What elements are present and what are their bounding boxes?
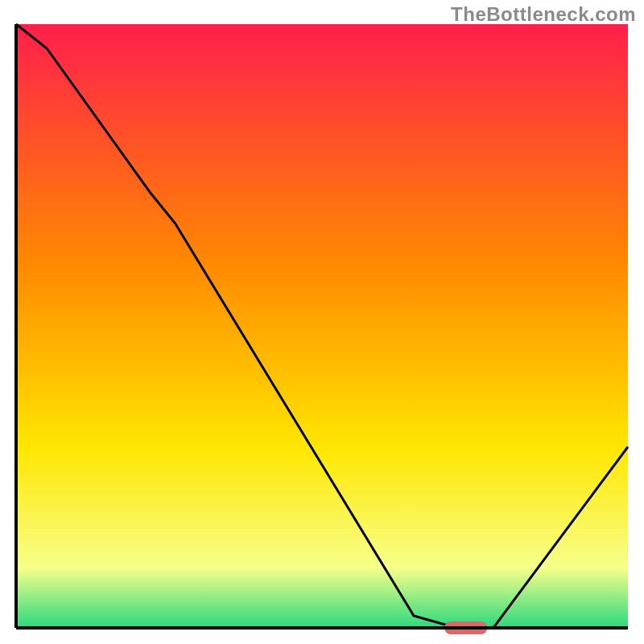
watermark-text: TheBottleneck.com: [451, 3, 636, 26]
bottleneck-chart: [0, 0, 644, 644]
chart-stage: TheBottleneck.com: [0, 0, 644, 644]
plot-background: [16, 24, 628, 628]
